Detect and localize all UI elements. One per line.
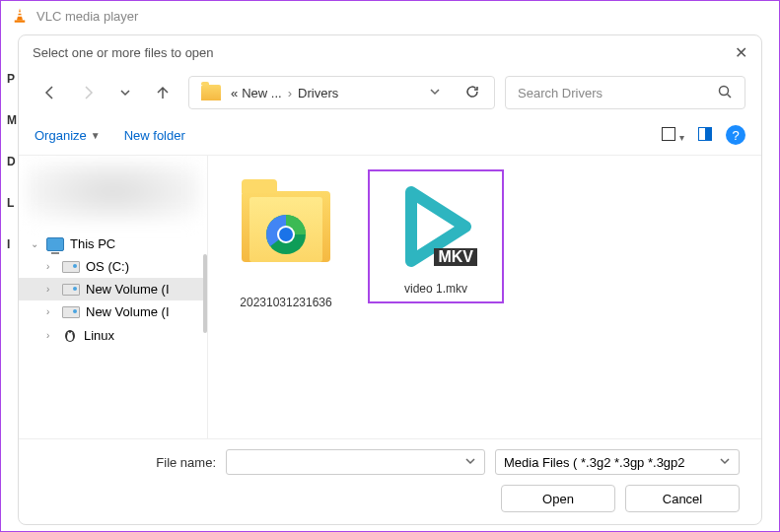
folder-icon <box>201 85 221 100</box>
breadcrumb-parent[interactable]: New ... <box>242 86 281 100</box>
breadcrumb-bar[interactable]: « New ... › Drivers <box>188 76 495 109</box>
search-icon <box>717 84 733 102</box>
breadcrumb-separator: › <box>288 86 292 100</box>
drive-icon <box>62 284 80 296</box>
pc-icon <box>46 237 64 251</box>
file-item-video[interactable]: MKV video 1.mkv <box>370 171 502 301</box>
edge-browser-icon <box>262 211 310 258</box>
dialog-title: Select one or more files to open <box>33 45 214 60</box>
file-name: 20231031231636 <box>226 296 346 309</box>
chevron-down-icon[interactable] <box>464 455 476 470</box>
navigation-tree: ⌄ This PC › OS (C:) › New Volume (I › Ne… <box>19 156 208 438</box>
cancel-button[interactable]: Cancel <box>625 485 740 512</box>
filename-input[interactable] <box>226 449 485 475</box>
forward-button[interactable] <box>78 83 98 102</box>
breadcrumb-current[interactable]: Drivers <box>298 86 338 100</box>
drive-icon <box>62 306 80 318</box>
close-button[interactable]: ✕ <box>735 43 747 62</box>
main-window-title: VLC media player <box>36 9 138 24</box>
drive-icon <box>62 261 80 273</box>
file-list[interactable]: 20231031231636 MKV video 1.mkv <box>208 156 761 438</box>
dialog-body: ⌄ This PC › OS (C:) › New Volume (I › Ne… <box>19 156 761 438</box>
tree-item-drive-os[interactable]: › OS (C:) <box>19 255 207 278</box>
view-mode-button[interactable]: ▾ <box>662 127 684 144</box>
quick-access-blurred <box>27 162 199 221</box>
tree-item-thispc[interactable]: ⌄ This PC <box>19 233 207 255</box>
filename-label: File name: <box>40 455 216 470</box>
file-open-dialog: Select one or more files to open ✕ « New… <box>18 34 762 525</box>
svg-rect-0 <box>18 12 23 14</box>
tree-item-drive-newvol1[interactable]: › New Volume (I <box>19 278 207 300</box>
chevron-down-icon[interactable] <box>719 455 731 470</box>
chevron-down-icon: ▼ <box>91 130 101 141</box>
dialog-footer: File name: Media Files ( *.3g2 *.3gp *.3… <box>19 438 761 524</box>
mkv-badge: MKV <box>434 248 477 266</box>
vlc-cone-icon <box>11 7 29 25</box>
expand-icon[interactable]: › <box>46 330 56 341</box>
toolbar: Organize ▼ New folder ▾ ? <box>19 121 761 156</box>
tree-scrollbar[interactable] <box>203 254 207 333</box>
new-folder-button[interactable]: New folder <box>124 128 185 143</box>
tree-item-drive-newvol2[interactable]: › New Volume (I <box>19 300 207 323</box>
up-button[interactable] <box>153 83 173 102</box>
parent-edge-letters: P M D L I <box>7 72 17 251</box>
organize-menu[interactable]: Organize ▼ <box>35 128 101 143</box>
svg-rect-1 <box>17 15 22 17</box>
nav-bar: « New ... › Drivers Search Drivers <box>19 70 761 121</box>
svg-point-7 <box>71 332 73 334</box>
breadcrumb-prefix: « <box>231 86 238 100</box>
collapse-icon[interactable]: ⌄ <box>31 238 40 249</box>
file-item-folder[interactable]: 20231031231636 <box>220 171 352 315</box>
file-name: video 1.mkv <box>376 282 496 296</box>
dialog-titlebar: Select one or more files to open ✕ <box>19 35 761 70</box>
breadcrumb-dropdown[interactable] <box>411 86 459 100</box>
svg-point-6 <box>68 332 70 334</box>
svg-point-3 <box>720 86 729 95</box>
chevron-down-icon: ▾ <box>679 132 684 143</box>
svg-point-5 <box>67 333 73 341</box>
linux-icon <box>62 327 78 343</box>
tree-item-linux[interactable]: › Linux <box>19 323 207 347</box>
main-window-titlebar: VLC media player <box>1 1 779 31</box>
preview-pane-button[interactable] <box>698 127 712 144</box>
open-button[interactable]: Open <box>501 485 615 512</box>
nav-buttons <box>35 83 178 102</box>
svg-point-10 <box>279 228 293 241</box>
svg-rect-2 <box>15 21 26 23</box>
help-button[interactable]: ? <box>726 125 745 145</box>
expand-icon[interactable]: › <box>46 261 56 272</box>
expand-icon[interactable]: › <box>46 284 56 295</box>
filetype-dropdown[interactable]: Media Files ( *.3g2 *.3gp *.3gp2 <box>495 449 740 475</box>
recent-locations-button[interactable] <box>115 83 135 102</box>
back-button[interactable] <box>40 83 60 102</box>
refresh-button[interactable] <box>459 84 486 102</box>
expand-icon[interactable]: › <box>46 306 56 317</box>
search-input[interactable]: Search Drivers <box>505 76 745 109</box>
search-placeholder: Search Drivers <box>518 86 717 100</box>
